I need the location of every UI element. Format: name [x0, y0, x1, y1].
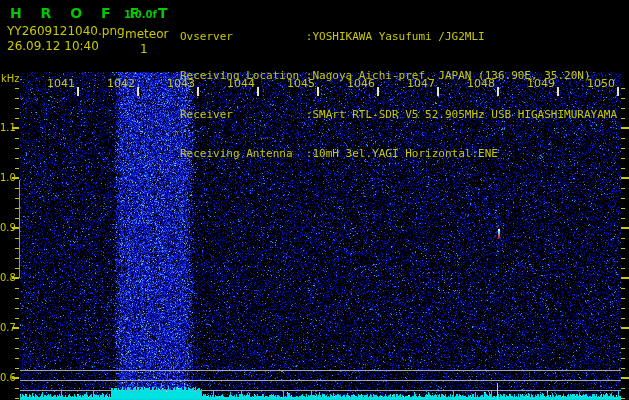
- info-value: :SMArt RTL-SDR V5 52.905MHz USB HIGASHIM…: [306, 108, 617, 121]
- info-value: :Nagoya Aichi-pref. JAPAN (136.90E, 35.2…: [306, 69, 591, 82]
- output-filename: YY2609121040.png: [7, 24, 125, 38]
- info-line-observer: Ovserver:YOSHIKAWA Yasufumi /JG2MLI: [180, 30, 617, 43]
- mode-label: meteor: [125, 27, 168, 41]
- info-label: Receiver: [180, 108, 306, 121]
- meteor-count: 1: [140, 42, 148, 56]
- info-label: Ovserver: [180, 30, 306, 43]
- info-value: :10mH 3el.YAGI Horizontal:ENE: [306, 147, 498, 160]
- info-line-location: Receiving Location:Nagoya Aichi-pref. JA…: [180, 69, 617, 82]
- station-info-block: Ovserver:YOSHIKAWA Yasufumi /JG2MLI Rece…: [180, 4, 617, 186]
- info-line-antenna: Receiving Antenna:10mH 3el.YAGI Horizont…: [180, 147, 617, 160]
- y-axis-unit-label: kHz: [1, 73, 20, 84]
- info-label: Receiving Antenna: [180, 147, 306, 160]
- info-value: :YOSHIKAWA Yasufumi /JG2MLI: [306, 30, 485, 43]
- info-line-receiver: Receiver:SMArt RTL-SDR V5 52.905MHz USB …: [180, 108, 617, 121]
- hrofft-window: H R O F F T 1.0.0f YY2609121040.png mete…: [0, 0, 629, 400]
- datetime: 26.09.12 10:40: [7, 39, 99, 53]
- info-label: Receiving Location: [180, 69, 306, 82]
- app-version: 1.0.0f: [124, 9, 157, 20]
